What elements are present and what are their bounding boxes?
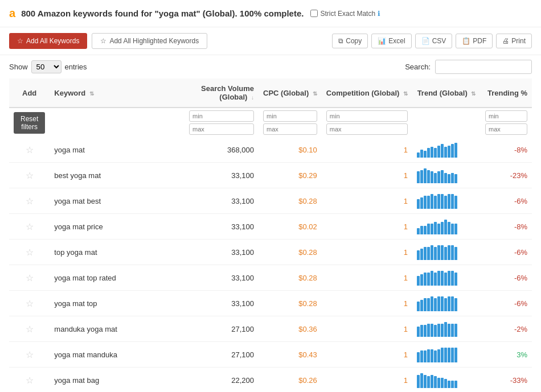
star-button[interactable]: ☆ [26,350,34,360]
cpc-link[interactable]: $0.43 [298,350,317,359]
comp-value: 1 [404,376,408,385]
keyword-cell: yoga mat best [50,188,185,214]
entries-select[interactable]: 10 25 50 100 [31,60,62,73]
trend-bar [454,247,457,260]
trend-bar [448,271,450,286]
filter-row: Reset filters [9,108,532,137]
add-all-button[interactable]: ☆ Add All Keywords [9,33,87,49]
comp-value: 1 [404,350,408,359]
trendpct-cell: -2% [481,316,532,342]
trend-bar [434,376,437,388]
table-row: ☆yoga mat top33,100$0.281-6% [9,291,532,316]
trend-bar [420,226,423,234]
col-keyword[interactable]: Keyword ⇅ [50,79,185,108]
sv-cell: 33,100 [185,240,259,265]
star-button[interactable]: ☆ [26,273,34,283]
page-title: 800 Amazon keywords found for "yoga mat"… [21,9,304,18]
col-trend[interactable]: Trend (Global) ⇅ [412,79,481,108]
filter-trendpct-cell [481,108,532,137]
col-comp[interactable]: Competition (Global) ⇅ [322,79,412,108]
sort-keyword-icon: ⇅ [89,90,94,97]
star-button[interactable]: ☆ [26,299,34,308]
cpc-link[interactable]: $0.28 [298,197,317,205]
col-sv[interactable]: Search Volume(Global) ↓ [185,79,259,108]
star-button[interactable]: ☆ [26,222,34,232]
trend-bar [448,222,450,234]
cpc-cell: $0.28 [259,265,322,291]
comp-cell: 1 [322,137,412,163]
star-button[interactable]: ☆ [26,376,34,385]
trend-bar [431,194,433,209]
trend-bar [420,150,423,158]
add-highlighted-button[interactable]: ☆ Add All Highlighted Keywords [92,33,207,49]
trend-cell [412,163,481,188]
table-body: ☆yoga mat368,000$0.101-8%☆best yoga mat3… [9,137,532,392]
keyword-cell: yoga mat top [50,291,185,316]
table-row: ☆yoga mat manduka27,100$0.4313% [9,342,532,368]
trend-bar [427,273,430,286]
strict-match-checkbox[interactable] [310,10,318,17]
cpc-link[interactable]: $0.10 [298,146,317,154]
pdf-button[interactable]: 📋 PDF [456,34,493,48]
trend-bar [420,197,423,209]
cpc-link[interactable]: $0.36 [298,325,317,333]
search-input[interactable] [435,60,532,74]
copy-button[interactable]: ⧉ Copy [332,34,368,48]
col-cpc[interactable]: CPC (Global) ⇅ [259,79,322,108]
sv-max-input[interactable] [189,123,254,135]
trend-bar [431,171,433,183]
trend-bar [424,350,427,362]
star-button[interactable]: ☆ [26,324,34,334]
strict-match-label: Strict Exact Match ℹ [310,10,380,18]
add-cell: ☆ [9,342,50,368]
star-button[interactable]: ☆ [26,171,34,180]
filter-comp-cell [322,108,412,137]
info-icon: ℹ [378,10,380,18]
star-button[interactable]: ☆ [26,247,34,257]
toolbar: ☆ Add All Keywords ☆ Add All Highlighted… [0,27,541,55]
reset-filters-button[interactable]: Reset filters [14,112,45,134]
cpc-cell: $0.43 [259,342,322,368]
trend-bar [441,194,444,209]
col-trendpct: Trending % [481,79,532,108]
comp-value: 1 [404,171,408,180]
trendpct-cell: -6% [481,265,532,291]
trend-bar [444,348,447,362]
trend-bar [451,296,454,311]
trend-bar [424,375,427,388]
trend-bar [431,349,433,362]
comp-max-input[interactable] [326,123,408,135]
print-button[interactable]: 🖨 Print [496,34,532,48]
excel-button[interactable]: 📊 Excel [371,34,411,48]
trend-bar [434,196,437,209]
table-row: ☆top yoga mat33,100$0.281-6% [9,240,532,265]
col-add: Add [9,79,50,108]
trend-bar [454,348,457,362]
cpc-link[interactable]: $0.29 [298,171,317,180]
trendpct-max-input[interactable] [485,123,527,135]
keyword-cell: yoga mat top rated [50,265,185,291]
sort-cpc-icon: ⇅ [313,90,317,97]
cpc-max-input[interactable] [263,123,317,135]
filter-keyword-cell [50,108,185,137]
comp-cell: 1 [322,188,412,214]
cpc-link[interactable]: $0.26 [298,376,317,385]
star-button[interactable]: ☆ [26,196,34,206]
cpc-link[interactable]: $0.28 [298,274,317,282]
star-button[interactable]: ☆ [26,145,34,155]
trendpct-min-input[interactable] [485,110,527,122]
comp-min-input[interactable] [326,110,408,122]
csv-button[interactable]: 📄 CSV [415,34,453,48]
trend-bar [437,146,440,158]
trend-bar [417,276,420,286]
cpc-link[interactable]: $0.02 [298,222,317,231]
cpc-link[interactable]: $0.28 [298,299,317,308]
trend-bar [434,222,437,234]
cpc-min-input[interactable] [263,110,317,122]
trend-bar [427,298,430,311]
cpc-link[interactable]: $0.28 [298,248,317,257]
table-row: ☆yoga mat top rated33,100$0.281-6% [9,265,532,291]
trend-bar [434,148,437,158]
sv-min-input[interactable] [189,110,254,122]
trend-bar [444,220,447,234]
